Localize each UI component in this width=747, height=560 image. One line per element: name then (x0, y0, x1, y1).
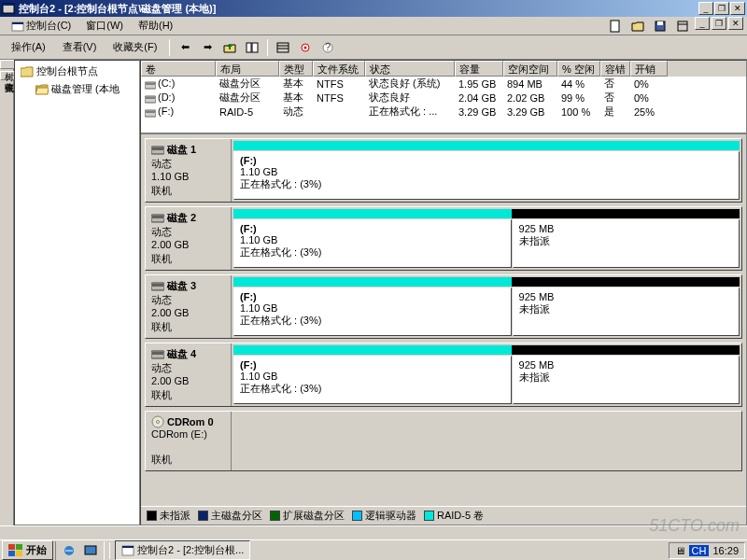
legend-label: RAID-5 卷 (437, 509, 484, 523)
partition-box[interactable]: 925 MB未指派 (513, 356, 740, 404)
toolbar: 操作(A) 查看(V) 收藏夹(F) ⬅ ➡ ? (0, 35, 747, 60)
svg-rect-31 (152, 352, 163, 355)
column-header[interactable]: 空闲空间 (503, 61, 557, 77)
tray-icon[interactable]: 🖥 (675, 545, 685, 556)
menu-console[interactable]: 控制台(C) (19, 17, 78, 35)
volume-row[interactable]: (C:)磁盘分区基本NTFS状态良好 (系统)1.95 GB894 MB44 %… (141, 77, 746, 91)
child-restore-button[interactable]: ❐ (712, 17, 726, 30)
child-close-button[interactable]: ✕ (728, 17, 743, 30)
disk-info: 磁盘 1动态1.10 GB联机 (146, 139, 232, 202)
volume-cell: 25% (630, 106, 668, 118)
column-header[interactable]: 卷 (141, 61, 216, 77)
column-header[interactable]: % 空闲 (557, 61, 600, 77)
taskbar-task[interactable]: 控制台2 - [2:控制台根... (115, 540, 250, 560)
start-button[interactable]: 开始 (2, 540, 53, 560)
help-button[interactable]: ? (317, 38, 338, 57)
menu-window[interactable]: 窗口(W) (78, 17, 131, 35)
volume-row[interactable]: (F:)RAID-5动态正在格式化 : ...3.29 GB3.29 GB100… (141, 105, 746, 119)
svg-rect-11 (277, 43, 289, 52)
partition-box[interactable]: (F:)1.10 GB正在格式化 : (3%) (233, 151, 740, 200)
disk-type: CDRom (E:) (151, 428, 225, 440)
new-button[interactable] (605, 17, 626, 35)
ime-indicator[interactable]: CH (689, 545, 710, 556)
disk-row[interactable]: 磁盘 1动态1.10 GB联机(F:)1.10 GB正在格式化 : (3%) (145, 138, 742, 203)
save-button[interactable] (650, 17, 670, 35)
disk-row[interactable]: 磁盘 4动态2.00 GB联机(F:)1.10 GB正在格式化 : (3%)92… (145, 343, 742, 407)
legend-label: 未指派 (160, 509, 190, 523)
window-title: 控制台2 - [2:控制台根节点\磁盘管理 (本地)] (19, 2, 698, 16)
content-pane: 卷布局类型文件系统状态容量空闲空间% 空闲容错开销 (C:)磁盘分区基本NTFS… (140, 60, 747, 525)
column-header[interactable]: 开销 (630, 61, 668, 77)
mmc-icon (4, 18, 19, 35)
svg-rect-7 (678, 21, 687, 31)
svg-rect-41 (122, 546, 134, 548)
column-header[interactable]: 类型 (279, 61, 313, 77)
system-tray: 🖥 CH 16:29 (669, 542, 745, 559)
up-button[interactable] (219, 38, 240, 57)
tree-root-label: 控制台根节点 (36, 64, 98, 78)
partition-label: (F:) (240, 359, 257, 371)
volume-list-header: 卷布局类型文件系统状态容量空闲空间% 空闲容错开销 (141, 61, 746, 77)
disk-partitions: (F:)1.10 GB正在格式化 : (3%) (232, 139, 741, 202)
refresh-button[interactable] (273, 38, 293, 57)
tree-diskmanagement[interactable]: 磁盘管理 (本地 (17, 80, 137, 98)
volume-cell: 基本 (279, 77, 313, 91)
child-minimize-button[interactable]: _ (695, 17, 710, 30)
svg-rect-36 (8, 551, 15, 556)
disk-row[interactable]: CDRom 0CDRom (E:)联机 (145, 411, 742, 471)
disk-info: CDRom 0CDRom (E:)联机 (146, 412, 232, 470)
volume-row[interactable]: (D:)磁盘分区基本NTFS状态良好2.04 GB2.02 GB99 %否0% (141, 91, 746, 105)
svg-rect-10 (252, 43, 258, 52)
column-header[interactable]: 容量 (455, 61, 503, 77)
ie-icon[interactable] (59, 541, 79, 560)
disk-size: 2.00 GB (151, 375, 225, 386)
menu-help[interactable]: 帮助(H) (131, 17, 180, 35)
svg-rect-19 (146, 83, 155, 85)
partition-box[interactable]: 925 MB未指派 (513, 219, 740, 268)
disk-partitions: (F:)1.10 GB正在格式化 : (3%)925 MB未指派 (232, 343, 741, 406)
svg-rect-23 (146, 111, 155, 113)
action-menu[interactable]: 操作(A) (4, 37, 53, 57)
folder-open-icon (35, 84, 49, 95)
props-button[interactable] (672, 17, 693, 35)
svg-point-15 (304, 46, 307, 49)
partition-box[interactable]: (F:)1.10 GB正在格式化 : (3%) (233, 287, 512, 336)
volume-cell: 2.04 GB (455, 92, 503, 104)
disk-row[interactable]: 磁盘 2动态2.00 GB联机(F:)1.10 GB正在格式化 : (3%)92… (145, 206, 742, 271)
open-button[interactable] (627, 17, 648, 35)
volume-cell: 0% (630, 92, 668, 104)
volume-cell: 2.02 GB (503, 92, 557, 104)
view-menu[interactable]: 查看(V) (55, 37, 105, 57)
app-icon (2, 2, 15, 15)
graphical-view[interactable]: 磁盘 1动态1.10 GB联机(F:)1.10 GB正在格式化 : (3%)磁盘… (141, 133, 746, 506)
close-button[interactable]: ✕ (730, 2, 745, 15)
clock[interactable]: 16:29 (712, 545, 739, 556)
favorites-menu[interactable]: 收藏夹(F) (106, 37, 164, 57)
column-header[interactable]: 文件系统 (313, 61, 365, 77)
volume-cell: 正在格式化 : ... (365, 105, 455, 119)
minimize-button[interactable]: _ (698, 2, 713, 15)
partition-box[interactable]: (F:)1.10 GB正在格式化 : (3%) (233, 219, 512, 268)
tree-tab-strip: 树 收藏夹 (0, 60, 14, 525)
forward-button[interactable]: ➡ (197, 38, 218, 57)
column-header[interactable]: 状态 (365, 61, 455, 77)
disk-name: 磁盘 1 (151, 143, 225, 157)
volume-cell: 否 (600, 77, 630, 91)
show-hide-button[interactable] (242, 38, 262, 57)
column-header[interactable]: 容错 (600, 61, 630, 77)
disk-row[interactable]: 磁盘 3动态2.00 GB联机(F:)1.10 GB正在格式化 : (3%)92… (145, 274, 742, 339)
restore-button[interactable]: ❐ (714, 2, 729, 15)
back-button[interactable]: ⬅ (175, 38, 195, 57)
disk-status: 联机 (151, 252, 225, 266)
desktop-icon[interactable] (80, 541, 101, 560)
partition-box[interactable]: (F:)1.10 GB正在格式化 : (3%) (233, 356, 512, 404)
partition-status: 未指派 (519, 302, 733, 316)
tree-root[interactable]: 控制台根节点 (17, 63, 137, 80)
settings-button[interactable] (295, 38, 316, 57)
svg-rect-27 (152, 216, 163, 218)
volume-cell: 3.29 GB (455, 106, 503, 118)
partition-box[interactable]: 925 MB未指派 (513, 287, 740, 336)
column-header[interactable]: 布局 (216, 61, 279, 77)
svg-rect-21 (146, 97, 155, 99)
partition-size: 1.10 GB (240, 166, 733, 177)
